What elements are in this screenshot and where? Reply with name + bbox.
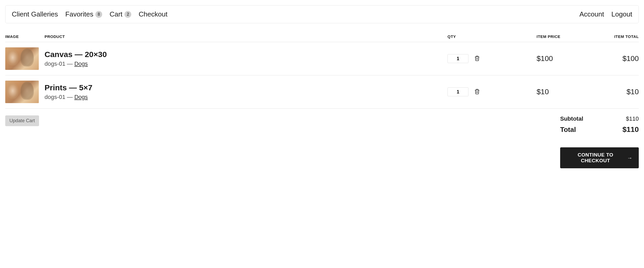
qty-input[interactable] (447, 87, 468, 96)
trash-icon (474, 91, 480, 95)
nav-checkout[interactable]: Checkout (139, 10, 167, 18)
qty-input[interactable] (447, 54, 468, 63)
cart-footer: Update Cart Subtotal $110 Total $110 CON… (5, 115, 639, 168)
remove-button[interactable] (473, 88, 481, 96)
subtotal-value: $110 (626, 115, 639, 122)
nav-left: Client Galleries Favorites 8 Cart 2 Chec… (12, 10, 167, 18)
item-price: $10 (537, 88, 549, 96)
gallery-link[interactable]: Dogs (74, 60, 88, 67)
product-title: Canvas — 20×30 (45, 50, 447, 59)
cart-table: IMAGE PRODUCT QTY ITEM PRICE ITEM TOTAL … (5, 31, 639, 109)
col-header-price: ITEM PRICE (537, 31, 592, 42)
nav-client-galleries[interactable]: Client Galleries (12, 10, 58, 18)
nav-label: Favorites (65, 10, 93, 18)
nav-label: Account (580, 10, 604, 18)
total-label: Total (560, 126, 576, 134)
nav-label: Client Galleries (12, 10, 58, 18)
trash-icon (474, 58, 480, 62)
total-value: $110 (623, 125, 639, 134)
col-header-image: IMAGE (5, 31, 45, 42)
item-total: $10 (592, 88, 639, 96)
subtotal-label: Subtotal (560, 115, 583, 122)
col-header-product: PRODUCT (45, 31, 447, 42)
nav-favorites[interactable]: Favorites 8 (65, 10, 102, 18)
product-thumbnail[interactable] (5, 47, 39, 70)
cart-row: Prints — 5×7 dogs-01 — Dogs $10 (5, 75, 639, 109)
cart-badge: 2 (124, 11, 131, 18)
checkout-label: CONTINUE TO CHECKOUT (566, 152, 625, 164)
nav-logout[interactable]: Logout (611, 10, 632, 18)
product-meta-prefix: dogs-01 — (45, 60, 74, 67)
nav-account[interactable]: Account (580, 10, 604, 18)
nav-label: Checkout (139, 10, 167, 18)
totals-panel: Subtotal $110 Total $110 CONTINUE TO CHE… (560, 115, 639, 168)
item-total: $100 (592, 54, 639, 63)
product-title: Prints — 5×7 (45, 83, 447, 92)
arrow-right-icon: → (627, 155, 633, 161)
nav-right: Account Logout (580, 10, 632, 18)
nav-cart[interactable]: Cart 2 (110, 10, 131, 18)
gallery-link[interactable]: Dogs (74, 94, 88, 100)
cart-row: Canvas — 20×30 dogs-01 — Dogs $100 (5, 42, 639, 75)
nav-label: Cart (110, 10, 122, 18)
nav-label: Logout (611, 10, 632, 18)
col-header-qty: QTY (447, 31, 537, 42)
product-meta-prefix: dogs-01 — (45, 94, 74, 100)
navbar: Client Galleries Favorites 8 Cart 2 Chec… (5, 5, 639, 23)
col-header-total: ITEM TOTAL (592, 31, 639, 42)
remove-button[interactable] (473, 54, 481, 63)
update-cart-button[interactable]: Update Cart (5, 115, 39, 126)
product-meta: dogs-01 — Dogs (45, 60, 447, 67)
product-thumbnail[interactable] (5, 81, 39, 103)
continue-checkout-button[interactable]: CONTINUE TO CHECKOUT → (560, 147, 639, 168)
product-meta: dogs-01 — Dogs (45, 94, 447, 100)
favorites-badge: 8 (95, 11, 102, 18)
item-price: $100 (537, 54, 553, 63)
